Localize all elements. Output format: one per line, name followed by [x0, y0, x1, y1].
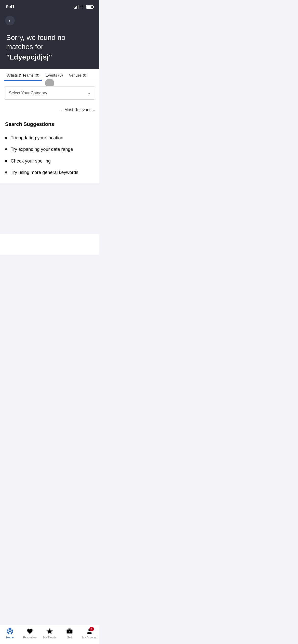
header: ‹ Sorry, we found no matches for "Ldyepc… [0, 13, 99, 69]
main-content: Search Suggestions Try updating your loc… [0, 114, 99, 183]
status-bar: 9:41 [0, 0, 99, 13]
signal-icon [74, 5, 78, 9]
category-chevron-icon: ⌄ [87, 91, 90, 95]
list-item: Try updating your location [5, 132, 94, 144]
filter-section: Select Your Category ⌄ [0, 81, 99, 104]
tab-events[interactable]: Events (0) [42, 69, 66, 81]
wifi-icon [80, 5, 85, 9]
suggestion-list: Try updating your location Try expanding… [5, 132, 94, 178]
bullet-icon [5, 160, 7, 162]
list-item: Check your spelling [5, 155, 94, 167]
category-label: Select Your Category [9, 91, 47, 95]
header-title: "Ldyepcjdjsj" [6, 53, 93, 62]
suggestion-text: Try using more general keywords [11, 169, 78, 176]
back-button[interactable]: ‹ [5, 16, 15, 25]
sort-row: ... Most Relevant ⌄ [0, 104, 99, 114]
suggestion-text: Check your spelling [11, 158, 51, 164]
tab-artists-teams[interactable]: Artists & Teams (0) [4, 69, 42, 81]
back-chevron-icon: ‹ [9, 18, 10, 23]
sort-chevron-icon: ⌄ [92, 107, 95, 112]
list-item: Try using more general keywords [5, 167, 94, 178]
status-time: 9:41 [6, 4, 15, 9]
bullet-icon [5, 137, 7, 139]
category-dropdown[interactable]: Select Your Category ⌄ [4, 86, 95, 100]
bullet-icon [5, 171, 7, 173]
tab-venues[interactable]: Venues (0) [66, 69, 91, 81]
suggestion-text: Try updating your location [11, 135, 63, 141]
battery-icon [86, 5, 93, 9]
header-subtitle: Sorry, we found no matches for [6, 33, 93, 52]
spacer [0, 183, 99, 234]
bullet-icon [5, 148, 7, 150]
sort-label: ... Most Relevant [60, 108, 90, 112]
status-icons [74, 5, 93, 9]
list-item: Try expanding your date range [5, 144, 94, 155]
sort-button[interactable]: ... Most Relevant ⌄ [60, 107, 95, 112]
suggestion-text: Try expanding your date range [11, 146, 73, 153]
search-suggestions-title: Search Suggestions [5, 121, 94, 127]
